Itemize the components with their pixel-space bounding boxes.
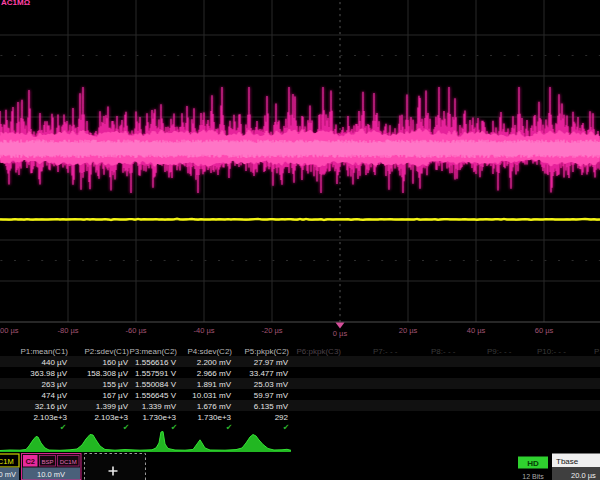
svg-text:20 µs: 20 µs [399, 326, 418, 335]
svg-text:27.97 mV: 27.97 mV [254, 358, 289, 367]
svg-text:DC1M: DC1M [60, 459, 77, 465]
svg-text:1.556616 V: 1.556616 V [135, 358, 177, 367]
svg-text:✔: ✔ [283, 423, 290, 432]
svg-text:6.135 mV: 6.135 mV [254, 402, 289, 411]
svg-text:-60 µs: -60 µs [126, 326, 147, 335]
svg-text:-80 µs: -80 µs [58, 326, 79, 335]
svg-text:1.339 mV: 1.339 mV [142, 402, 177, 411]
svg-text:158.308 µV: 158.308 µV [87, 369, 129, 378]
svg-text:C2: C2 [25, 457, 35, 466]
svg-text:2.200 mV: 2.200 mV [197, 358, 232, 367]
svg-text:1.891 mV: 1.891 mV [197, 380, 232, 389]
svg-text:-20 µs: -20 µs [262, 326, 283, 335]
svg-text:1.556645 V: 1.556645 V [135, 391, 177, 400]
svg-text:32.16 µV: 32.16 µV [35, 402, 68, 411]
svg-text:✔: ✔ [60, 423, 67, 432]
svg-text:155 µV: 155 µV [102, 380, 128, 389]
svg-text:AC1MΩ: AC1MΩ [1, 0, 31, 7]
svg-text:P4:sdev(C2): P4:sdev(C2) [188, 347, 233, 356]
svg-text:P6:pkpk(C3): P6:pkpk(C3) [297, 347, 342, 356]
svg-text:474 µV: 474 µV [41, 391, 67, 400]
svg-text:✔: ✔ [226, 423, 233, 432]
svg-text:2.103e+3: 2.103e+3 [33, 413, 67, 422]
svg-text:Tbase: Tbase [556, 457, 579, 466]
svg-text:12 Bits: 12 Bits [522, 473, 544, 480]
svg-text:P7:- - -: P7:- - - [373, 347, 398, 356]
svg-text:0 µs: 0 µs [333, 329, 348, 338]
svg-text:10.0 mV: 10.0 mV [37, 470, 65, 479]
svg-text:✔: ✔ [171, 423, 178, 432]
svg-text:25.03 mV: 25.03 mV [254, 380, 289, 389]
svg-text:1.550084 V: 1.550084 V [135, 380, 177, 389]
svg-text:2.103e+3: 2.103e+3 [94, 413, 128, 422]
svg-text:1.557591 V: 1.557591 V [135, 369, 177, 378]
svg-text:P10:- - -: P10:- - - [537, 347, 566, 356]
svg-text:1.399 µV: 1.399 µV [96, 402, 129, 411]
svg-text:10.0 mV: 10.0 mV [0, 470, 16, 479]
svg-text:-100 µs: -100 µs [0, 326, 19, 335]
svg-text:40 µs: 40 µs [467, 326, 486, 335]
svg-text:292: 292 [275, 413, 289, 422]
svg-text:160 µV: 160 µV [102, 358, 128, 367]
svg-text:✔: ✔ [123, 423, 130, 432]
svg-text:10.031 mV: 10.031 mV [192, 391, 231, 400]
svg-text:20.0 µs: 20.0 µs [571, 471, 596, 480]
svg-text:P1: P1 [594, 347, 600, 356]
svg-text:167 µV: 167 µV [102, 391, 128, 400]
svg-text:1.730e+3: 1.730e+3 [197, 413, 231, 422]
svg-text:P3:mean(C2): P3:mean(C2) [129, 347, 177, 356]
svg-text:-40 µs: -40 µs [194, 326, 215, 335]
svg-text:440 µV: 440 µV [41, 358, 67, 367]
svg-text:60 µs: 60 µs [535, 326, 554, 335]
svg-text:2.966 mV: 2.966 mV [197, 369, 232, 378]
svg-text:263 µV: 263 µV [41, 380, 67, 389]
svg-text:P9:- - -: P9:- - - [487, 347, 512, 356]
svg-text:P1:mean(C1): P1:mean(C1) [20, 347, 68, 356]
svg-text:1.676 mV: 1.676 mV [197, 402, 232, 411]
svg-text:HD: HD [527, 459, 539, 468]
svg-text:363.98 µV: 363.98 µV [30, 369, 67, 378]
svg-text:P8:- - -: P8:- - - [431, 347, 456, 356]
svg-text:DC1M: DC1M [0, 457, 14, 466]
svg-text:1.730e+3: 1.730e+3 [142, 413, 176, 422]
svg-text:P5:pkpk(C2): P5:pkpk(C2) [245, 347, 290, 356]
svg-text:P2:sdev(C1): P2:sdev(C1) [85, 347, 130, 356]
svg-text:33.477 mV: 33.477 mV [249, 369, 288, 378]
svg-text:BSP: BSP [41, 459, 53, 465]
svg-text:59.97 mV: 59.97 mV [254, 391, 289, 400]
